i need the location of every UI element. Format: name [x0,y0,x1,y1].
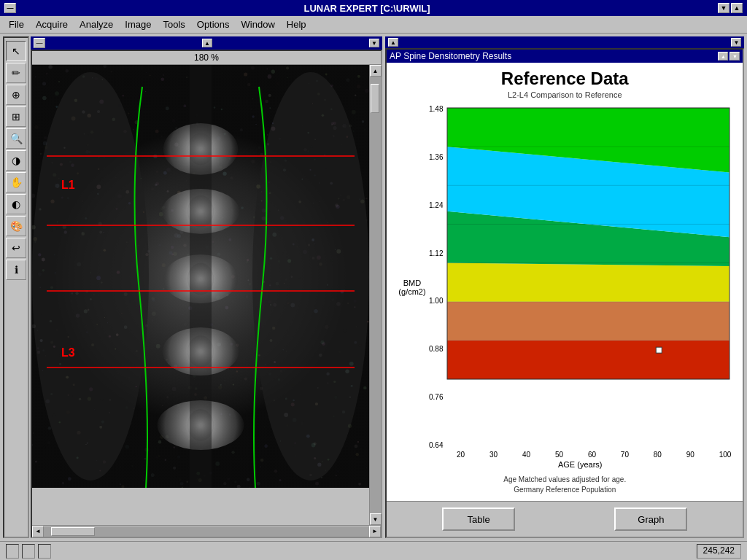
main-area: ↖ ✏ ⊕ ⊞ 🔍 ◑ ✋ ◐ 🎨 ↩ ℹ — ▲ ▼ 180 [0,34,747,541]
xtick-90: 90 [686,451,694,459]
image-row: ▲ ▼ [32,65,381,525]
maximize-button[interactable]: ▲ [731,3,743,13]
status-coords: 245,242 [697,544,741,559]
menu-options[interactable]: Options [191,18,236,31]
right-inner-titlebar: ▲ ▼ [385,36,744,48]
inner-minimize[interactable]: — [34,38,45,48]
image-vscrollbar[interactable]: ▲ ▼ [369,65,381,525]
inner-title-left: — [34,38,45,48]
tool-hand[interactable]: ✋ [6,172,26,192]
table-button[interactable]: Table [442,508,515,531]
ytick-136: 1.36 [429,153,443,161]
menu-analyze[interactable]: Analyze [74,18,119,31]
scroll-track-h[interactable] [44,526,369,537]
menu-bar: File Acquire Analyze Image Tools Options… [0,16,747,34]
right-inner-restore[interactable]: ▲ [388,38,398,47]
image-hscrollbar[interactable]: ◄ ► [32,525,381,537]
chart-container: BMD (g/cm2) 1.48 1.36 1.24 1.12 1.00 [398,105,731,469]
xray-image-container[interactable] [32,65,369,488]
menu-image[interactable]: Image [119,18,157,31]
xtick-20: 20 [457,451,465,459]
chart-note-line2: Germany Reference Population [398,485,731,495]
y-label-bmd: BMD [403,279,421,287]
chart-area: 1.48 1.36 1.24 1.12 1.00 0.88 0.76 0.64 [429,105,731,469]
left-section: ↖ ✏ ⊕ ⊞ 🔍 ◑ ✋ ◐ 🎨 ↩ ℹ — ▲ ▼ 180 [3,36,382,538]
right-panel-title: AP Spine Densitometry Results [390,51,511,61]
tool-crosshair[interactable]: ⊕ [6,85,26,105]
title-bar-left-controls[interactable]: — [4,3,16,13]
xtick-30: 30 [489,451,498,459]
scroll-thumb-h[interactable] [51,527,95,536]
y-tick-labels: 1.48 1.36 1.24 1.12 1.00 0.88 0.76 0.64 [429,105,446,449]
inner-close[interactable]: ▼ [369,39,379,47]
tool-select[interactable]: ⊞ [6,106,26,127]
scroll-down-arrow[interactable]: ▼ [370,513,382,525]
scroll-track-v[interactable] [370,77,382,513]
ytick-064: 0.64 [429,441,443,449]
xtick-40: 40 [522,451,530,459]
reference-data-title: Reference Data [398,69,731,89]
right-scroll-up[interactable]: ▲ [718,52,728,61]
right-header-controls: ▲ ▼ [718,52,740,61]
ytick-100: 1.00 [429,297,443,305]
image-scroll-area: ▲ ▼ ◄ [32,65,381,537]
app-title: LUNAR EXPERT [C:\URWIL] [16,3,718,14]
zoom-level: 180 % [32,51,381,65]
xtick-80: 80 [654,451,662,459]
minimize-button[interactable]: ▼ [718,3,729,13]
scroll-left-arrow[interactable]: ◄ [32,526,44,537]
ytick-148: 1.48 [429,105,443,113]
image-with-scroll: ▲ ▼ ◄ [32,65,381,537]
right-panel-header: AP Spine Densitometry Results ▲ ▼ [387,50,743,63]
tool-draw[interactable]: ✏ [6,63,26,83]
status-bar: 245,242 [0,541,747,560]
tool-color[interactable]: 🎨 [6,216,26,236]
xtick-50: 50 [555,451,563,459]
menu-acquire[interactable]: Acquire [30,18,74,31]
image-panel-container: — ▲ ▼ 180 % [31,36,382,538]
scroll-up-arrow[interactable]: ▲ [370,65,382,77]
title-bar-right-controls[interactable]: ▼ ▲ [718,3,743,13]
ytick-088: 0.88 [429,345,443,353]
menu-help[interactable]: Help [281,18,312,31]
ytick-112: 1.12 [429,249,443,257]
chart-note: Age Matched values adjusted for age. Ger… [398,475,731,495]
tool-brightness[interactable]: ◑ [6,150,26,171]
tool-info[interactable]: ℹ [6,260,26,280]
xray-canvas [32,65,369,488]
tool-arrow[interactable]: ↖ [6,41,26,61]
bottom-buttons: Table Graph [387,501,743,537]
tool-undo[interactable]: ↩ [6,238,26,258]
y-label-unit: (g/cm2) [398,287,425,296]
tool-contrast[interactable]: ◐ [6,194,26,214]
scroll-thumb-v[interactable] [371,84,379,113]
title-bar: — LUNAR EXPERT [C:\URWIL] ▼ ▲ [0,0,747,16]
menu-window[interactable]: Window [236,18,281,31]
menu-tools[interactable]: Tools [157,18,190,31]
menu-file[interactable]: File [3,18,30,31]
graph-button[interactable]: Graph [614,508,687,531]
y-axis-label: BMD (g/cm2) [398,105,426,469]
system-menu-button[interactable]: — [4,3,16,13]
right-scroll-down[interactable]: ▼ [729,52,740,61]
x-tick-labels: 20 30 40 50 60 70 80 90 100 [429,449,731,459]
right-inner-close[interactable]: ▼ [731,38,741,47]
status-mid [22,544,35,559]
scroll-right-arrow[interactable]: ► [369,526,381,537]
chart-with-yticks: 1.48 1.36 1.24 1.12 1.00 0.88 0.76 0.64 [429,105,731,449]
xtick-70: 70 [621,451,629,459]
image-inner-titlebar: — ▲ ▼ [31,36,382,50]
x-axis-label: AGE (years) [429,460,731,469]
ytick-076: 0.76 [429,393,443,401]
inner-restore[interactable]: ▲ [202,39,212,47]
right-panel: AP Spine Densitometry Results ▲ ▼ Refere… [385,48,744,538]
status-left [6,544,19,559]
right-content: Reference Data L2-L4 Comparison to Refer… [387,63,743,501]
xtick-60: 60 [588,451,596,459]
image-panel: 180 % ▲ [31,50,382,538]
tool-zoom[interactable]: 🔍 [6,128,26,149]
right-section: ▲ ▼ AP Spine Densitometry Results ▲ ▼ Re… [385,36,744,538]
toolbar: ↖ ✏ ⊕ ⊞ 🔍 ◑ ✋ ◐ 🎨 ↩ ℹ [3,36,29,538]
chart-note-line1: Age Matched values adjusted for age. [398,475,731,485]
status-right [38,544,51,559]
